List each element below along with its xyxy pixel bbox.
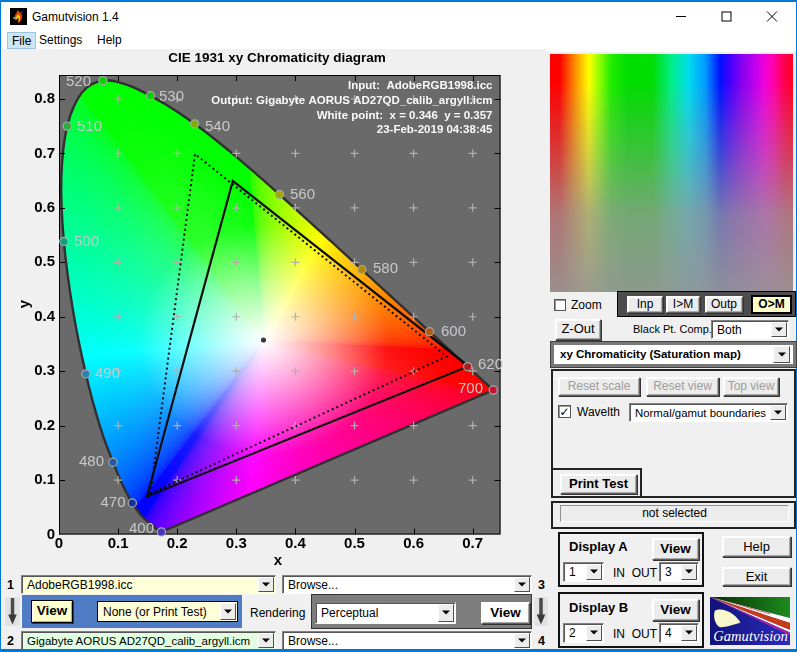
svg-text:Gamutvision: Gamutvision	[713, 628, 788, 644]
